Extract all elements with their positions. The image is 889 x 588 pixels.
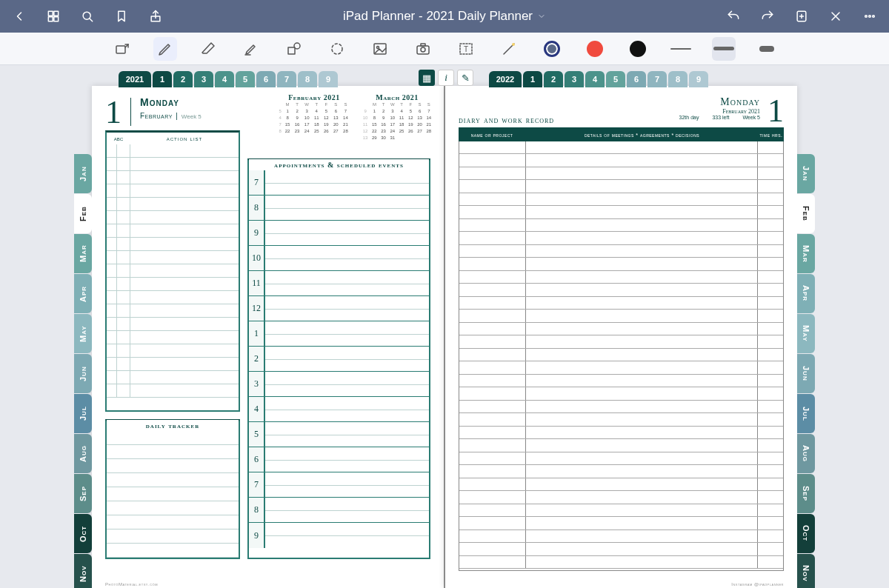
calendar-icon[interactable]: ▦: [419, 70, 435, 86]
num-tab-6[interactable]: 6: [256, 71, 276, 87]
diary-grid[interactable]: [459, 141, 784, 571]
right-page[interactable]: diary and work record Monday February 20…: [444, 86, 797, 588]
appt-slot[interactable]: 3: [249, 372, 429, 397]
month-tab-may[interactable]: May: [74, 314, 92, 353]
appt-slot[interactable]: 11: [249, 271, 429, 296]
doc-title[interactable]: iPad Planner - 2021 Daily Planner: [164, 9, 725, 24]
num-tab-7[interactable]: 7: [647, 71, 667, 87]
month-tab-apr[interactable]: Apr: [797, 274, 815, 313]
month-tab-aug[interactable]: Aug: [74, 434, 92, 473]
appointments[interactable]: appointments & scheduled events 78910111…: [247, 158, 430, 559]
month-tab-may[interactable]: May: [797, 314, 815, 353]
center-tab-icons: ▦ i ✎: [419, 70, 473, 86]
info-icon[interactable]: i: [438, 70, 454, 86]
appt-slot[interactable]: 4: [249, 397, 429, 422]
num-tab-7[interactable]: 7: [277, 71, 296, 87]
line-thick[interactable]: [755, 37, 779, 61]
month-tab-jan[interactable]: Jan: [797, 154, 815, 193]
left-page[interactable]: 1 Monday February | Week 5 February 2021…: [92, 86, 444, 588]
appt-slot[interactable]: 8: [249, 498, 429, 523]
appt-slot[interactable]: 5: [249, 422, 429, 447]
num-tab-4[interactable]: 4: [585, 71, 605, 87]
share-icon[interactable]: [147, 7, 164, 25]
appt-slot[interactable]: 9: [249, 523, 429, 548]
bookmark-icon[interactable]: [113, 7, 130, 25]
year-tabs-left: 2021123456789: [119, 71, 339, 87]
daily-tracker[interactable]: daily tracker: [105, 419, 240, 559]
appt-slot[interactable]: 12: [249, 296, 429, 321]
appt-slot[interactable]: 6: [249, 447, 429, 472]
canvas[interactable]: 2021123456789 2022123456789 ▦ i ✎ JanFeb…: [0, 65, 889, 588]
eraser-tool[interactable]: [196, 37, 220, 61]
num-tab-8[interactable]: 8: [668, 71, 687, 87]
num-tab-1[interactable]: 1: [153, 71, 172, 87]
month-tab-feb[interactable]: Feb: [797, 194, 815, 233]
line-med[interactable]: [712, 37, 736, 61]
month-tab-aug[interactable]: Aug: [797, 434, 815, 473]
appt-slot[interactable]: 7: [249, 170, 429, 196]
month-tab-sep[interactable]: Sep: [797, 474, 815, 513]
shape-tool[interactable]: [282, 37, 306, 61]
num-tab-3[interactable]: 3: [194, 71, 213, 87]
search-icon[interactable]: [79, 7, 96, 25]
month-tab-oct[interactable]: Oct: [797, 514, 815, 553]
month-tab-nov[interactable]: Nov: [74, 554, 92, 588]
image-tool[interactable]: [368, 37, 392, 61]
num-tab-9[interactable]: 9: [689, 71, 708, 87]
appt-slot[interactable]: 7: [249, 472, 429, 498]
ruler-tool[interactable]: [497, 37, 521, 61]
edit-icon[interactable]: ✎: [457, 70, 473, 86]
mini-cal[interactable]: February 2021MTWTFSS51234567489101112131…: [278, 93, 350, 141]
num-tab-5[interactable]: 5: [606, 71, 625, 87]
lasso-tool[interactable]: [325, 37, 349, 61]
month-tab-apr[interactable]: Apr: [74, 274, 92, 313]
camera-tool[interactable]: [411, 37, 435, 61]
appt-slot[interactable]: 9: [249, 221, 429, 246]
num-tab-5[interactable]: 5: [236, 71, 255, 87]
num-tab-3[interactable]: 3: [565, 71, 584, 87]
color-black[interactable]: [626, 37, 650, 61]
month-tab-mar[interactable]: Mar: [797, 234, 815, 273]
month-tab-oct[interactable]: Oct: [74, 514, 92, 553]
documents-icon[interactable]: [44, 7, 62, 25]
zoom-tool[interactable]: [110, 37, 134, 61]
line-thin[interactable]: [669, 37, 693, 61]
num-tab-8[interactable]: 8: [298, 71, 317, 87]
back-icon[interactable]: [10, 7, 28, 25]
month-tab-jun[interactable]: Jun: [74, 354, 92, 393]
month-tab-jan[interactable]: Jan: [74, 154, 92, 193]
new-page-icon[interactable]: [793, 7, 810, 25]
pen-tool[interactable]: [153, 37, 177, 61]
close-icon[interactable]: [827, 7, 845, 25]
month-tab-jul[interactable]: Jul: [74, 394, 92, 433]
month-tab-feb[interactable]: Feb: [74, 194, 92, 233]
appt-slot[interactable]: 1: [249, 321, 429, 347]
month-tab-jul[interactable]: Jul: [797, 394, 815, 433]
month-tab-mar[interactable]: Mar: [74, 234, 92, 273]
year-tab[interactable]: 2021: [119, 71, 151, 87]
month-tab-sep[interactable]: Sep: [74, 474, 92, 513]
num-tab-1[interactable]: 1: [523, 71, 542, 87]
appt-slot[interactable]: 10: [249, 246, 429, 271]
num-tab-9[interactable]: 9: [319, 71, 338, 87]
right-footer: Instagram @ipadplanner: [731, 582, 784, 587]
color-navy[interactable]: [540, 37, 564, 61]
mini-cal[interactable]: March 2021MTWTFSS91234567108910111213141…: [361, 93, 433, 141]
text-tool[interactable]: T: [454, 37, 478, 61]
num-tab-4[interactable]: 4: [215, 71, 234, 87]
num-tab-6[interactable]: 6: [627, 71, 646, 87]
undo-icon[interactable]: [725, 7, 742, 25]
svg-rect-24: [421, 44, 425, 46]
appt-slot[interactable]: 8: [249, 196, 429, 221]
appt-slot[interactable]: 2: [249, 347, 429, 372]
more-icon[interactable]: [861, 7, 879, 25]
color-red[interactable]: [583, 37, 607, 61]
month-tab-nov[interactable]: Nov: [797, 554, 815, 588]
action-list[interactable]: abc action list: [105, 130, 240, 412]
year-tab[interactable]: 2022: [489, 71, 522, 87]
month-tab-jun[interactable]: Jun: [797, 354, 815, 393]
redo-icon[interactable]: [759, 7, 776, 25]
highlighter-tool[interactable]: [239, 37, 263, 61]
num-tab-2[interactable]: 2: [173, 71, 193, 87]
num-tab-2[interactable]: 2: [544, 71, 563, 87]
